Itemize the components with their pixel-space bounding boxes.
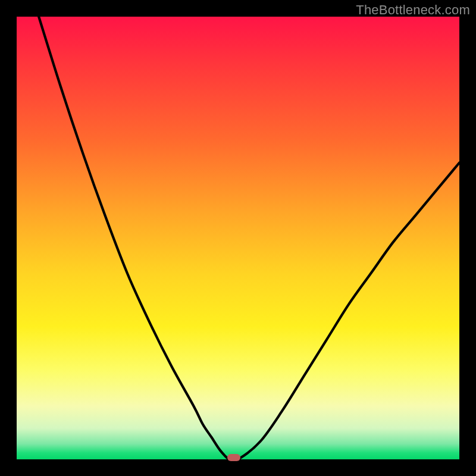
minimum-marker xyxy=(227,454,240,461)
bottleneck-curve xyxy=(17,17,459,459)
plot-area xyxy=(17,17,459,459)
curve-path xyxy=(39,17,459,459)
watermark-text: TheBottleneck.com xyxy=(356,2,470,18)
chart-frame: TheBottleneck.com xyxy=(0,0,476,476)
